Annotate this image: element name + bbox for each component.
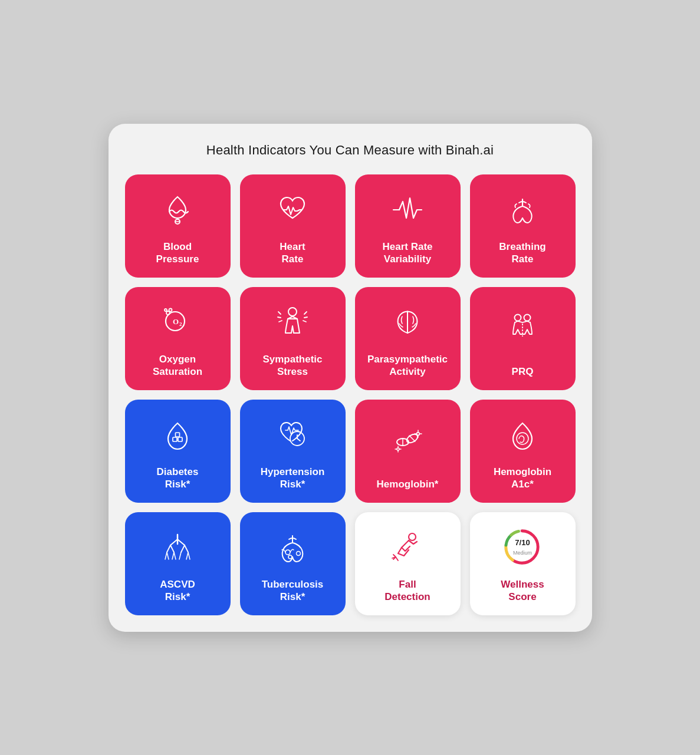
ascvd-risk-label: ASCVDRisk* <box>160 578 195 604</box>
tile-wellness-score[interactable]: 7/10Medium WellnessScore <box>470 512 576 615</box>
wellness-score-value: 7/10Medium <box>513 538 532 556</box>
parasympathetic-label: ParasympatheticActivity <box>367 353 448 378</box>
hypertension-risk-label: HypertensionRisk* <box>261 466 325 491</box>
sympathetic-stress-label: SympatheticStress <box>262 353 322 378</box>
tile-hemoglobin[interactable]: Hemoglobin* <box>355 400 461 503</box>
prq-label: PRQ <box>512 365 534 378</box>
svg-line-42 <box>165 552 167 559</box>
fall-detection-icon <box>387 523 428 573</box>
ascvd-risk-icon <box>157 523 198 573</box>
fall-detection-label: FallDetection <box>384 578 430 604</box>
svg-line-37 <box>178 539 185 545</box>
hemoglobin-icon <box>387 410 428 473</box>
breathing-rate-label: BreathingRate <box>499 240 545 266</box>
sympathetic-stress-icon <box>272 298 313 348</box>
svg-point-50 <box>288 555 292 559</box>
svg-line-45 <box>174 552 176 559</box>
parasympathetic-icon <box>387 298 428 348</box>
tile-ascvd-risk[interactable]: ASCVDRisk* <box>125 512 231 615</box>
prq-icon <box>502 298 543 360</box>
blood-pressure-label: BloodPressure <box>156 240 199 266</box>
svg-line-48 <box>188 552 190 559</box>
tile-blood-pressure[interactable]: BloodPressure <box>125 174 231 278</box>
tile-fall-detection[interactable]: FallDetection <box>355 512 461 615</box>
oxygen-saturation-label: OxygenSaturation <box>153 353 202 378</box>
svg-rect-16 <box>176 433 180 437</box>
svg-point-8 <box>165 309 167 311</box>
svg-rect-15 <box>178 437 182 441</box>
tile-diabetes-risk[interactable]: DiabetesRisk* <box>125 400 231 503</box>
tile-heart-rate[interactable]: HeartRate <box>240 174 346 278</box>
hemoglobin-a1c-label: HemoglobinA1c* <box>494 466 551 491</box>
svg-point-11 <box>515 315 521 321</box>
svg-line-47 <box>186 552 188 559</box>
svg-line-36 <box>170 539 178 545</box>
svg-point-9 <box>288 308 297 316</box>
tile-tuberculosis-risk[interactable]: TuberculosisRisk* <box>240 512 346 615</box>
svg-line-41 <box>185 545 188 552</box>
tile-hypertension-risk[interactable]: HypertensionRisk* <box>240 400 346 503</box>
tiles-grid: BloodPressure HeartRate Heart RateVariab… <box>125 174 576 615</box>
heart-rate-icon <box>272 185 313 235</box>
tile-hemoglobin-a1c[interactable]: HemoglobinA1c* <box>470 400 576 503</box>
svg-line-40 <box>181 545 185 552</box>
svg-text:2: 2 <box>179 321 182 327</box>
tile-parasympathetic[interactable]: ParasympatheticActivity <box>355 287 461 390</box>
svg-line-43 <box>167 552 169 559</box>
tile-breathing-rate[interactable]: BreathingRate <box>470 174 576 278</box>
svg-line-44 <box>172 552 174 559</box>
diabetes-risk-label: DiabetesRisk* <box>157 466 199 491</box>
svg-rect-14 <box>173 437 177 441</box>
page-title: Health Indicators You Can Measure with B… <box>125 143 576 158</box>
svg-line-46 <box>179 552 181 559</box>
svg-point-12 <box>524 315 531 321</box>
svg-text:O: O <box>173 317 179 326</box>
tile-oxygen-saturation[interactable]: O 2 OxygenSaturation <box>125 287 231 390</box>
svg-point-49 <box>285 550 290 555</box>
svg-point-7 <box>169 308 172 311</box>
svg-line-19 <box>297 439 300 441</box>
hemoglobin-label: Hemoglobin* <box>377 478 439 490</box>
oxygen-saturation-icon: O 2 <box>157 298 198 348</box>
wellness-score-label: WellnessScore <box>501 578 544 604</box>
heart-rate-label: HeartRate <box>280 240 305 266</box>
hemoglobin-a1c-icon <box>502 410 543 460</box>
svg-point-51 <box>297 551 301 555</box>
breathing-rate-icon <box>502 185 543 235</box>
blood-pressure-icon <box>157 185 198 235</box>
main-card: Health Indicators You Can Measure with B… <box>109 124 592 632</box>
svg-point-52 <box>409 533 416 540</box>
svg-line-39 <box>170 545 174 552</box>
tuberculosis-risk-label: TuberculosisRisk* <box>262 578 324 604</box>
tile-sympathetic-stress[interactable]: SympatheticStress <box>240 287 346 390</box>
tuberculosis-risk-icon <box>272 523 313 573</box>
diabetes-risk-icon <box>157 410 198 460</box>
hrv-icon <box>387 185 428 235</box>
svg-line-23 <box>409 436 415 441</box>
wellness-score-icon: 7/10Medium <box>502 523 543 573</box>
svg-line-38 <box>167 545 170 552</box>
tile-hrv[interactable]: Heart RateVariability <box>355 174 461 278</box>
hrv-label: Heart RateVariability <box>382 240 432 266</box>
hypertension-risk-icon <box>272 410 313 460</box>
tile-prq[interactable]: PRQ <box>470 287 576 390</box>
